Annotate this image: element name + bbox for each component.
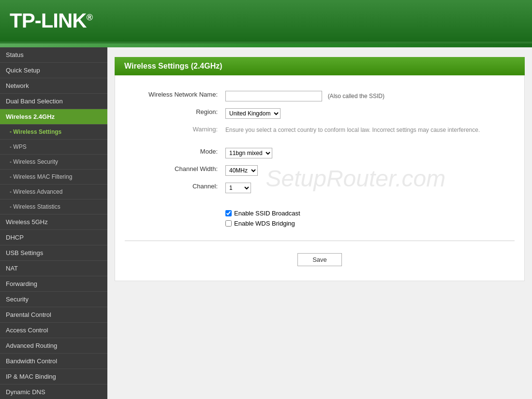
warning-text: Ensure you select a correct country to c… (225, 126, 511, 134)
channel-label: Channel: (125, 179, 222, 197)
ssid-broadcast-checkbox[interactable] (225, 210, 232, 216)
sidebar-item-dhcp[interactable]: DHCP (0, 230, 107, 245)
sidebar-item-usb-settings[interactable]: USB Settings (0, 245, 107, 261)
sidebar-item-wps[interactable]: - WPS (0, 140, 107, 155)
ssid-broadcast-label[interactable]: Enable SSID Broadcast (234, 210, 300, 217)
mode-row: Mode: 11bgn mixed 11b only 11g only 11n … (125, 144, 515, 162)
channel-width-row: Channel Width: 40MHz 20MHz Auto (125, 162, 515, 179)
logo: TP-LINK® (10, 9, 92, 32)
region-select[interactable]: United Kingdom United States Canada Aust… (225, 108, 281, 119)
sidebar-item-wireless-settings[interactable]: - Wireless Settings (0, 125, 107, 140)
channel-select[interactable]: 1234 5678 9101112 13Auto (225, 183, 251, 193)
main-layout: StatusQuick SetupNetworkDual Band Select… (0, 47, 532, 399)
sidebar-item-status[interactable]: Status (0, 47, 107, 63)
wds-label[interactable]: Enable WDS Bridging (234, 220, 295, 227)
ssid-note: (Also called the SSID) (328, 93, 384, 100)
sidebar-item-wireless-security[interactable]: - Wireless Security (0, 155, 107, 170)
sidebar-item-network[interactable]: Network (0, 78, 107, 94)
settings-form: Wireless Network Name: (Also called the … (125, 87, 515, 233)
channel-width-select[interactable]: 40MHz 20MHz Auto (225, 165, 258, 176)
region-row: Region: United Kingdom United States Can… (125, 105, 515, 122)
ssid-broadcast-row: Enable SSID Broadcast Enable WDS Bridgin… (125, 203, 515, 233)
sidebar-item-security[interactable]: Security (0, 292, 107, 307)
sidebar-item-advanced-routing[interactable]: Advanced Routing (0, 338, 107, 354)
spacer-row2 (125, 197, 515, 203)
sidebar-item-wireless-mac[interactable]: - Wireless MAC Filtering (0, 170, 107, 185)
region-label: Region: (125, 105, 222, 122)
network-name-input[interactable] (225, 91, 322, 101)
channel-row: Channel: 1234 5678 9101112 13Auto (125, 179, 515, 197)
sidebar-item-forwarding[interactable]: Forwarding (0, 276, 107, 292)
sidebar-item-wireless-5[interactable]: Wireless 5GHz (0, 214, 107, 230)
page-title: Wireless Settings (2.4GHz) (124, 62, 515, 71)
warning-row: Warning: Ensure you select a correct cou… (125, 122, 515, 138)
wds-container: Enable WDS Bridging (225, 220, 511, 227)
network-name-row: Wireless Network Name: (Also called the … (125, 87, 515, 105)
sidebar-item-wireless-24[interactable]: Wireless 2.4GHz (0, 109, 107, 125)
sidebar-item-dynamic-dns[interactable]: Dynamic DNS (0, 385, 107, 399)
section-divider (125, 241, 515, 241)
sidebar-item-nat[interactable]: NAT (0, 261, 107, 276)
mode-select[interactable]: 11bgn mixed 11b only 11g only 11n only 1… (225, 148, 272, 158)
page-title-bar: Wireless Settings (2.4GHz) (115, 57, 525, 75)
form-area: SetupRouter.com Wireless Network Name: (… (115, 75, 525, 281)
header-accent-bar (0, 43, 532, 47)
sidebar-item-ip-mac[interactable]: IP & MAC Binding (0, 369, 107, 385)
sidebar-item-dual-band[interactable]: Dual Band Selection (0, 94, 107, 109)
mode-label: Mode: (125, 144, 222, 162)
spacer-row (125, 138, 515, 144)
sidebar: StatusQuick SetupNetworkDual Band Select… (0, 47, 107, 399)
wds-checkbox[interactable] (225, 220, 232, 227)
network-name-label: Wireless Network Name: (125, 87, 222, 105)
sidebar-item-bandwidth[interactable]: Bandwidth Control (0, 354, 107, 369)
sidebar-item-wireless-advanced[interactable]: - Wireless Advanced (0, 185, 107, 200)
sidebar-item-access[interactable]: Access Control (0, 323, 107, 338)
save-section: Save (125, 248, 515, 269)
sidebar-item-quick-setup[interactable]: Quick Setup (0, 63, 107, 78)
warning-label: Warning: (125, 122, 222, 138)
channel-width-label: Channel Width: (125, 162, 222, 179)
sidebar-item-wireless-stats[interactable]: - Wireless Statistics (0, 200, 107, 214)
sidebar-item-parental[interactable]: Parental Control (0, 307, 107, 323)
ssid-broadcast-container: Enable SSID Broadcast (225, 210, 511, 217)
content-area: Wireless Settings (2.4GHz) SetupRouter.c… (107, 47, 532, 399)
save-button[interactable]: Save (297, 253, 342, 266)
header: TP-LINK® (0, 0, 532, 43)
